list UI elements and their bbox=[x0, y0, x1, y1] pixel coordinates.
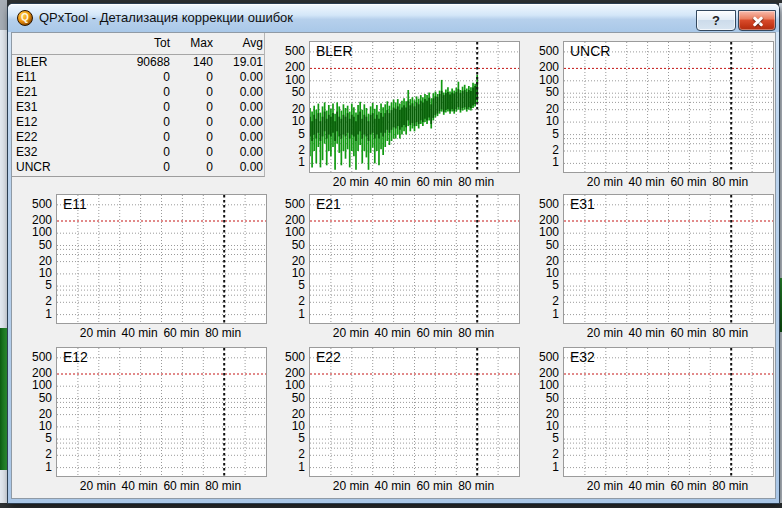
chart-e12: 500200100502010521E1220 min40 min60 min8… bbox=[14, 347, 267, 497]
x-tick-label: 80 min bbox=[448, 175, 504, 189]
y-tick-label: 500 bbox=[285, 350, 305, 364]
x-tick-label: 80 min bbox=[195, 479, 251, 493]
y-tick-label: 500 bbox=[539, 44, 559, 58]
window-title: QPxTool - Детализация коррекции ошибок bbox=[39, 10, 293, 25]
row-tot: 0 bbox=[124, 85, 170, 100]
summary-col-header bbox=[12, 33, 124, 54]
y-tick-label: 5 bbox=[45, 431, 52, 445]
y-tick-label: 50 bbox=[39, 391, 52, 405]
y-tick-label: 1 bbox=[552, 460, 559, 474]
plot-area-e32: E32 bbox=[563, 347, 774, 477]
chart-bler: 500200100502010521BLER20 min40 min60 min… bbox=[267, 41, 520, 193]
summary-col-header: Avg bbox=[213, 33, 263, 54]
row-label: E12 bbox=[12, 115, 124, 130]
chart-title: E31 bbox=[570, 196, 595, 212]
x-tick-label: 80 min bbox=[702, 479, 758, 493]
chart-title: E32 bbox=[570, 349, 595, 365]
dialog-client-area: TotMaxAvgBLER9068814019.01E11000.00E2100… bbox=[11, 32, 776, 499]
y-tick-label: 500 bbox=[32, 197, 52, 211]
table-row: E22000.00 bbox=[12, 130, 264, 145]
row-max: 140 bbox=[170, 55, 213, 70]
y-tick-label: 500 bbox=[539, 350, 559, 364]
summary-col-header: Tot bbox=[124, 33, 170, 54]
row-label: E32 bbox=[12, 145, 124, 160]
summary-table-header: TotMaxAvg bbox=[12, 33, 264, 55]
row-max: 0 bbox=[170, 100, 213, 115]
row-avg: 0.00 bbox=[213, 115, 263, 130]
plot-area-uncr: UNCR bbox=[563, 41, 774, 173]
chart-title: BLER bbox=[316, 43, 353, 59]
table-row: BLER9068814019.01 bbox=[12, 55, 264, 70]
y-tick-label: 50 bbox=[546, 85, 559, 99]
summary-col-header: Max bbox=[170, 33, 213, 54]
table-row: E11000.00 bbox=[12, 70, 264, 85]
row-tot: 0 bbox=[124, 145, 170, 160]
row-label: E11 bbox=[12, 70, 124, 85]
y-tick-label: 1 bbox=[552, 307, 559, 321]
chart-e31: 500200100502010521E3120 min40 min60 min8… bbox=[521, 194, 774, 344]
plot-area-e22: E22 bbox=[309, 347, 520, 477]
row-tot: 0 bbox=[124, 115, 170, 130]
close-button[interactable] bbox=[738, 10, 776, 31]
row-max: 0 bbox=[170, 70, 213, 85]
chart-title: UNCR bbox=[570, 43, 610, 59]
background-window-sliver-left-green bbox=[0, 328, 7, 470]
plot-area-e31: E31 bbox=[563, 194, 774, 324]
x-tick-label: 80 min bbox=[448, 479, 504, 493]
qpxtool-app-icon: Q bbox=[17, 10, 33, 26]
row-max: 0 bbox=[170, 130, 213, 145]
background-window-sliver-left-top bbox=[0, 0, 7, 30]
row-tot: 0 bbox=[124, 130, 170, 145]
y-tick-label: 500 bbox=[32, 350, 52, 364]
row-tot: 0 bbox=[124, 160, 170, 175]
row-avg: 0.00 bbox=[213, 130, 263, 145]
chart-title: E12 bbox=[63, 349, 88, 365]
y-tick-label: 5 bbox=[552, 431, 559, 445]
y-tick-label: 1 bbox=[45, 460, 52, 474]
row-label: E21 bbox=[12, 85, 124, 100]
row-max: 0 bbox=[170, 115, 213, 130]
titlebar[interactable]: Q QPxTool - Детализация коррекции ошибок… bbox=[8, 4, 779, 32]
y-tick-label: 50 bbox=[292, 85, 305, 99]
y-tick-label: 5 bbox=[298, 431, 305, 445]
x-tick-label: 80 min bbox=[702, 326, 758, 340]
row-avg: 0.00 bbox=[213, 160, 263, 175]
y-tick-label: 5 bbox=[552, 127, 559, 141]
row-label: UNCR bbox=[12, 160, 124, 175]
y-tick-label: 500 bbox=[285, 197, 305, 211]
y-tick-label: 500 bbox=[539, 197, 559, 211]
table-row: E31000.00 bbox=[12, 100, 264, 115]
y-tick-label: 50 bbox=[292, 238, 305, 252]
y-tick-label: 1 bbox=[552, 155, 559, 169]
y-tick-label: 50 bbox=[546, 391, 559, 405]
plot-area-e12: E12 bbox=[56, 347, 267, 477]
y-tick-label: 1 bbox=[45, 307, 52, 321]
chart-uncr: 500200100502010521UNCR20 min40 min60 min… bbox=[521, 41, 774, 193]
y-tick-label: 1 bbox=[298, 460, 305, 474]
chart-title: E21 bbox=[316, 196, 341, 212]
y-tick-label: 5 bbox=[298, 127, 305, 141]
y-tick-label: 50 bbox=[546, 238, 559, 252]
row-avg: 0.00 bbox=[213, 70, 263, 85]
y-tick-label: 5 bbox=[552, 278, 559, 292]
row-max: 0 bbox=[170, 85, 213, 100]
qpxtool-dialog-window: Q QPxTool - Детализация коррекции ошибок… bbox=[7, 3, 780, 504]
table-row: E32000.00 bbox=[12, 145, 264, 160]
row-tot: 0 bbox=[124, 70, 170, 85]
row-avg: 19.01 bbox=[213, 55, 263, 70]
chart-title: E11 bbox=[63, 196, 87, 212]
y-tick-label: 1 bbox=[298, 155, 305, 169]
chart-e22: 500200100502010521E2220 min40 min60 min8… bbox=[267, 347, 520, 497]
row-tot: 90688 bbox=[124, 55, 170, 70]
row-max: 0 bbox=[170, 160, 213, 175]
row-avg: 0.00 bbox=[213, 100, 263, 115]
chart-e32: 500200100502010521E3220 min40 min60 min8… bbox=[521, 347, 774, 497]
y-tick-label: 500 bbox=[285, 44, 305, 58]
chart-title: E22 bbox=[316, 349, 341, 365]
row-tot: 0 bbox=[124, 100, 170, 115]
row-max: 0 bbox=[170, 145, 213, 160]
table-row: E12000.00 bbox=[12, 115, 264, 130]
help-button[interactable]: ? bbox=[696, 10, 736, 31]
y-tick-label: 5 bbox=[298, 278, 305, 292]
table-row: E21000.00 bbox=[12, 85, 264, 100]
